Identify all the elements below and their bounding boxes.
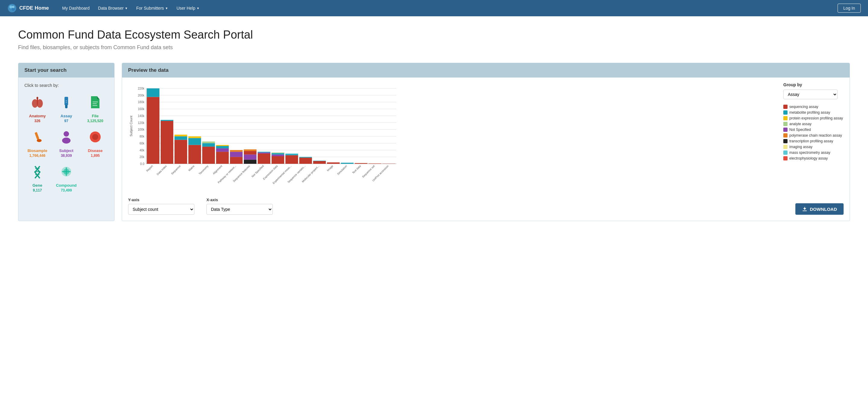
compound-icon xyxy=(59,165,73,182)
anatomy-label: Anatomy xyxy=(29,114,46,118)
svg-rect-104 xyxy=(285,154,298,155)
search-panel-header: Start your search xyxy=(19,63,114,78)
svg-text:140k: 140k xyxy=(138,114,145,118)
svg-rect-63 xyxy=(147,88,159,97)
svg-rect-105 xyxy=(285,153,298,154)
svg-rect-89 xyxy=(244,159,256,164)
legend-item: analyte assay xyxy=(783,122,844,126)
user-help-dropdown-icon: ▼ xyxy=(196,7,199,10)
svg-rect-107 xyxy=(299,158,312,164)
biosample-count: 1,766,446 xyxy=(29,153,45,158)
assay-count: 97 xyxy=(64,119,68,123)
x-axis-group: X-axis Data Type xyxy=(207,198,273,215)
svg-text:Image: Image xyxy=(327,165,334,172)
nav-my-dashboard[interactable]: My Dashboard xyxy=(58,0,94,16)
bar-chart-svg: 0.020k40k60k80k100k120k140k160k180k200k2… xyxy=(128,82,399,191)
group-by-label: Group by xyxy=(783,82,844,87)
svg-rect-96 xyxy=(258,152,270,152)
svg-rect-77 xyxy=(202,143,215,147)
for-submitters-dropdown-icon: ▼ xyxy=(165,7,168,10)
svg-rect-121 xyxy=(382,164,395,164)
nav-links: My Dashboard Data Browser ▼ For Submitte… xyxy=(58,0,838,16)
legend-label: Not Specified xyxy=(789,127,811,132)
svg-point-1 xyxy=(9,5,12,8)
x-axis-label: X-axis xyxy=(207,198,273,202)
svg-text:Data index: Data index xyxy=(156,165,167,176)
svg-rect-94 xyxy=(258,153,270,164)
login-button[interactable]: Log In xyxy=(838,4,861,13)
legend-item: metabolite profiling assay xyxy=(783,110,844,115)
svg-text:Alignment: Alignment xyxy=(212,165,223,175)
anatomy-count: 326 xyxy=(34,119,40,123)
nav-user-help[interactable]: User Help ▼ xyxy=(173,0,204,16)
svg-rect-70 xyxy=(175,135,187,136)
search-item-gene[interactable]: Gene 9,117 xyxy=(24,163,50,194)
nav-data-browser[interactable]: Data Browser ▼ xyxy=(94,0,132,16)
legend-label: sequencing assay xyxy=(789,105,818,109)
svg-text:40k: 40k xyxy=(140,149,145,152)
svg-rect-62 xyxy=(147,97,159,164)
legend-color-swatch xyxy=(783,105,787,109)
search-item-file[interactable]: File 3,125,520 xyxy=(82,93,108,125)
svg-point-18 xyxy=(37,139,41,142)
svg-text:220k: 220k xyxy=(138,87,145,90)
svg-point-34 xyxy=(65,171,67,173)
svg-point-25 xyxy=(91,139,93,141)
chart-container: 0.020k40k60k80k100k120k140k160k180k200k2… xyxy=(128,82,777,192)
svg-text:Matrix: Matrix xyxy=(188,165,195,172)
subject-label: Subject xyxy=(59,148,73,153)
legend-item: electrophysiology assay xyxy=(783,156,844,160)
nav-for-submitters[interactable]: For Submitters ▼ xyxy=(132,0,173,16)
svg-point-20 xyxy=(62,138,70,144)
x-axis-select[interactable]: Data Type xyxy=(207,204,273,215)
search-item-disease[interactable]: Disease 1,895 xyxy=(82,128,108,159)
gene-icon xyxy=(30,165,44,182)
svg-text:Expression data: Expression data xyxy=(262,165,278,180)
download-button[interactable]: DOWNLOAD xyxy=(795,203,844,215)
legend-label: polymerase chain reaction assay xyxy=(789,133,842,138)
svg-rect-91 xyxy=(244,151,256,154)
svg-rect-85 xyxy=(230,157,243,164)
svg-text:Simulation: Simulation xyxy=(337,165,348,176)
assay-icon xyxy=(59,95,73,113)
svg-rect-99 xyxy=(272,154,284,156)
cfde-logo-icon xyxy=(7,3,17,13)
svg-text:160k: 160k xyxy=(138,107,145,111)
svg-text:Report: Report xyxy=(146,165,154,173)
subject-icon xyxy=(59,130,73,147)
svg-text:120k: 120k xyxy=(138,121,145,124)
legend-color-swatch xyxy=(783,145,787,149)
group-by-select[interactable]: Assay xyxy=(783,90,838,99)
svg-rect-92 xyxy=(244,149,256,151)
svg-rect-81 xyxy=(216,148,229,152)
svg-rect-113 xyxy=(327,162,340,164)
search-item-subject[interactable]: Subject 38,939 xyxy=(53,128,79,159)
legend-color-swatch xyxy=(783,110,787,115)
search-item-anatomy[interactable]: Anatomy 326 xyxy=(24,93,50,125)
y-axis-select[interactable]: Subject count xyxy=(128,204,194,215)
legend-label: metabolite profiling assay xyxy=(789,110,830,115)
page-subtitle: Find files, biosamples, or subjects from… xyxy=(18,45,850,51)
legend-color-swatch xyxy=(783,116,787,120)
download-icon xyxy=(802,206,807,212)
search-item-assay[interactable]: Assay 97 xyxy=(53,93,79,125)
svg-point-2 xyxy=(12,8,15,11)
svg-rect-66 xyxy=(161,120,173,121)
nav-brand[interactable]: CFDE Home xyxy=(7,3,49,13)
compound-count: 73,499 xyxy=(61,188,72,193)
svg-text:100k: 100k xyxy=(138,128,145,131)
svg-rect-119 xyxy=(369,164,381,164)
svg-rect-72 xyxy=(188,145,201,164)
preview-panel-header: Preview the data xyxy=(122,63,849,78)
svg-rect-103 xyxy=(285,155,298,164)
svg-text:20k: 20k xyxy=(140,155,145,159)
svg-text:Taxonomy: Taxonomy xyxy=(198,165,209,175)
svg-rect-90 xyxy=(244,154,256,159)
disease-count: 1,895 xyxy=(91,153,100,158)
search-item-compound[interactable]: Compound 73,499 xyxy=(53,163,79,194)
svg-rect-76 xyxy=(202,147,215,164)
svg-text:200k: 200k xyxy=(138,94,145,97)
svg-rect-68 xyxy=(175,140,187,164)
svg-rect-15 xyxy=(93,104,97,104)
search-item-biosample[interactable]: Biosample 1,766,446 xyxy=(24,128,50,159)
